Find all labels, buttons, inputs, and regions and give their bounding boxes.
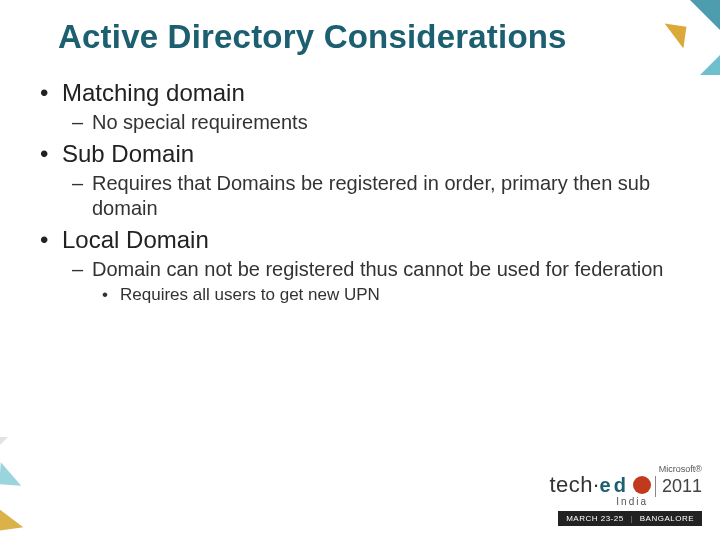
- decor-triangle: [0, 492, 23, 533]
- decor-triangle: [662, 24, 687, 49]
- bullet-level3: Requires all users to get new UPN: [40, 284, 680, 306]
- bullet-level2: Domain can not be registered thus cannot…: [40, 257, 680, 282]
- logo-year: 2011: [655, 476, 702, 497]
- decor-triangle: [0, 462, 23, 485]
- decor-triangle: [0, 437, 8, 455]
- decor-triangle: [690, 0, 720, 30]
- bullet-level1: Matching domain: [40, 78, 680, 108]
- footer-sep: |: [630, 514, 633, 523]
- footer-bar: MARCH 23-25 | BANGALORE: [558, 511, 702, 526]
- bullet-level1: Sub Domain: [40, 139, 680, 169]
- bullet-level1: Local Domain: [40, 225, 680, 255]
- bullet-level2: No special requirements: [40, 110, 680, 135]
- footer-city: BANGALORE: [640, 514, 694, 523]
- footer-logo-block: Microsoft® tech·ed 2011 India MARCH 23-2…: [549, 464, 702, 526]
- decor-triangle: [700, 55, 720, 75]
- logo-ed-text: ed: [600, 474, 629, 496]
- logo-dot-icon: [633, 476, 651, 494]
- logo-tech-text: tech·: [549, 472, 599, 497]
- footer-dates: MARCH 23-25: [566, 514, 624, 523]
- logo-tech: tech·ed: [549, 472, 629, 498]
- slide-title: Active Directory Considerations: [58, 18, 680, 56]
- bullet-level2: Requires that Domains be registered in o…: [40, 171, 680, 221]
- slide-body: Active Directory Considerations Matching…: [0, 0, 720, 306]
- bullet-list: Matching domain No special requirements …: [40, 78, 680, 306]
- teched-logo: tech·ed 2011: [549, 472, 702, 498]
